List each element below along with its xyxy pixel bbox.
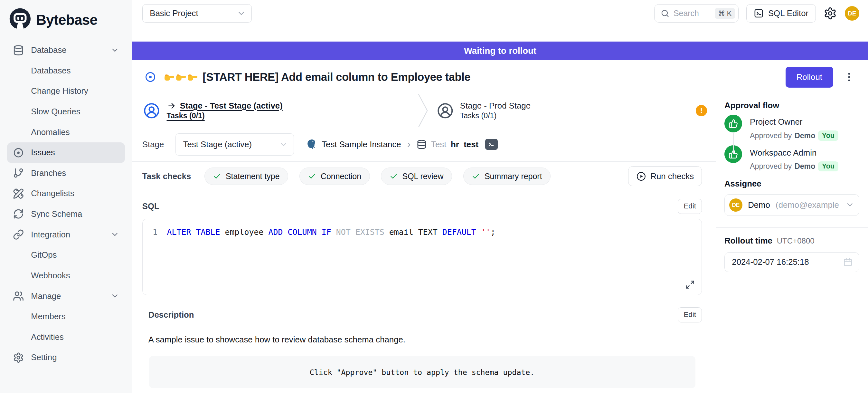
database-icon <box>13 45 24 56</box>
sql-edit-button[interactable]: Edit <box>678 199 702 214</box>
stage-tasks: Tasks (0/1) <box>460 112 531 120</box>
calendar-icon <box>843 258 852 267</box>
sidebar-item-databases[interactable]: Databases <box>7 61 125 81</box>
sidebar-item-branches[interactable]: Branches <box>7 163 125 184</box>
stage-tab-prod[interactable]: Stage - Prod Stage Tasks (0/1) ! <box>428 94 716 127</box>
status-banner-text: Waiting to rollout <box>464 46 536 56</box>
description-title: Description <box>148 310 194 320</box>
stage-select-row: Stage Test Stage (active) Test Sample In… <box>132 127 716 162</box>
issue-status-icon <box>145 71 156 83</box>
open-in-sql-editor-icon[interactable] <box>485 139 498 150</box>
rollout-button[interactable]: Rollout <box>785 67 833 88</box>
stage-separator <box>418 94 428 127</box>
assignee-name: Demo <box>748 200 770 210</box>
run-checks-button[interactable]: Run checks <box>628 166 702 186</box>
warning-badge: ! <box>696 105 707 116</box>
chevron-down-icon <box>237 9 246 18</box>
sql-code-block[interactable]: 1ALTER TABLE employee ADD COLUMN IF NOT … <box>142 219 702 295</box>
database-breadcrumb: Test Sample Instance › Test hr_test <box>306 138 498 151</box>
line-number: 1 <box>143 226 167 238</box>
link-icon <box>13 229 24 240</box>
approval-role: Project Owner <box>750 115 838 127</box>
bytebase-mascot-icon <box>9 8 31 32</box>
panel-divider <box>716 228 868 228</box>
user-avatar[interactable]: DE <box>845 6 859 21</box>
approval-flow-title: Approval flow <box>724 101 859 110</box>
issue-title-row: [START HERE] Add email column to Employe… <box>132 60 868 94</box>
search-icon <box>660 9 670 18</box>
project-select[interactable]: Basic Project <box>142 4 252 23</box>
sidebar-item-anomalies[interactable]: Anomalies <box>7 122 125 142</box>
search-input[interactable]: Search ⌘ K <box>654 4 738 23</box>
issue-icon <box>13 147 24 158</box>
sidebar-item-manage[interactable]: Manage <box>7 286 125 306</box>
status-banner: Waiting to rollout <box>132 41 868 60</box>
bytebase-logo[interactable]: Bytebase <box>7 7 125 40</box>
settings-gear-icon[interactable] <box>824 7 837 20</box>
database-icon <box>416 140 427 149</box>
description-header: Description Edit <box>132 301 716 322</box>
check-connection[interactable]: Connection <box>300 168 370 185</box>
task-checks-row: Task checks Statement type Connection SQ… <box>132 162 716 191</box>
sidebar-item-gitops[interactable]: GitOps <box>7 245 125 266</box>
approval-connector-line <box>733 133 734 154</box>
approval-role: Workspace Admin <box>750 145 838 157</box>
assignee-email: (demo@example <box>776 200 840 210</box>
you-badge: You <box>818 130 838 141</box>
sidebar-item-changelists[interactable]: Changelists <box>7 183 125 204</box>
sidebar-item-activities[interactable]: Activities <box>7 327 125 347</box>
sql-editor-button[interactable]: SQL Editor <box>746 4 816 23</box>
sidebar-item-issues[interactable]: Issues <box>7 142 125 163</box>
chevron-down-icon <box>111 46 119 55</box>
check-statement-type[interactable]: Statement type <box>205 168 288 185</box>
description-note: Click "Approve" button to apply the sche… <box>310 368 534 376</box>
sidebar-item-setting[interactable]: Setting <box>7 347 125 368</box>
check-success-icon <box>472 172 480 180</box>
sidebar-item-change-history[interactable]: Change History <box>7 81 125 101</box>
stage-select[interactable]: Test Stage (active) <box>176 133 294 156</box>
kebab-menu-icon[interactable] <box>843 71 855 83</box>
database-link[interactable]: hr_test <box>451 140 478 149</box>
stage-tab-test[interactable]: Stage - Test Stage (active) Tasks (0/1) <box>132 94 418 127</box>
assignee-select[interactable]: DE Demo (demo@example <box>724 194 859 216</box>
check-success-icon <box>308 172 316 180</box>
stage-tasks: Tasks (0/1) <box>167 112 283 120</box>
sidebar-item-integration[interactable]: Integration <box>7 224 125 245</box>
users-icon <box>13 291 24 302</box>
sidebar-item-database[interactable]: Database <box>7 40 125 61</box>
stage-select-label: Stage <box>142 140 164 149</box>
sql-section-title: SQL <box>142 202 159 211</box>
sidebar-item-webhooks[interactable]: Webhooks <box>7 266 125 286</box>
sync-icon <box>13 208 24 219</box>
description-edit-button[interactable]: Edit <box>678 307 702 322</box>
logo-text: Bytebase <box>36 12 97 28</box>
task-checks-label: Task checks <box>142 172 191 181</box>
play-circle-icon <box>636 171 646 181</box>
pencil-ruler-icon <box>13 188 24 199</box>
sidebar-item-slow-queries[interactable]: Slow Queries <box>7 101 125 122</box>
check-sql-review[interactable]: SQL review <box>381 168 452 185</box>
approval-step: Workspace Admin Approved by Demo You <box>724 145 859 172</box>
sql-section-header: SQL Edit <box>132 191 716 214</box>
current-stage-arrow-icon <box>167 101 176 111</box>
sidebar-item-sync-schema[interactable]: Sync Schema <box>7 204 125 224</box>
pointing-right-emoji-icons <box>164 71 198 83</box>
instance-link[interactable]: Test Sample Instance <box>322 140 401 149</box>
check-summary-report[interactable]: Summary report <box>463 168 551 185</box>
you-badge: You <box>818 161 838 172</box>
rollout-time-input[interactable]: 2024-02-07 16:25:18 <box>724 252 859 272</box>
stage-name: Stage - Test Stage (active) <box>180 101 283 111</box>
sidebar-item-members[interactable]: Members <box>7 306 125 327</box>
gear-icon <box>13 352 24 363</box>
thumbs-up-approved-icon <box>724 115 742 132</box>
chevron-down-icon <box>845 200 855 209</box>
expand-fullscreen-icon[interactable] <box>685 280 695 289</box>
issue-title: [START HERE] Add email column to Employe… <box>203 71 470 84</box>
check-success-icon <box>213 172 221 180</box>
topbar: Basic Project Search ⌘ K SQL Editor DE <box>132 0 868 27</box>
chevron-down-icon <box>279 140 288 149</box>
sidebar: Bytebase Database Databases Change Histo… <box>0 0 132 393</box>
sql-code-line: 1ALTER TABLE employee ADD COLUMN IF NOT … <box>143 226 702 238</box>
description-text: A sample issue to showcase how to review… <box>132 323 716 345</box>
branch-icon <box>13 168 24 178</box>
